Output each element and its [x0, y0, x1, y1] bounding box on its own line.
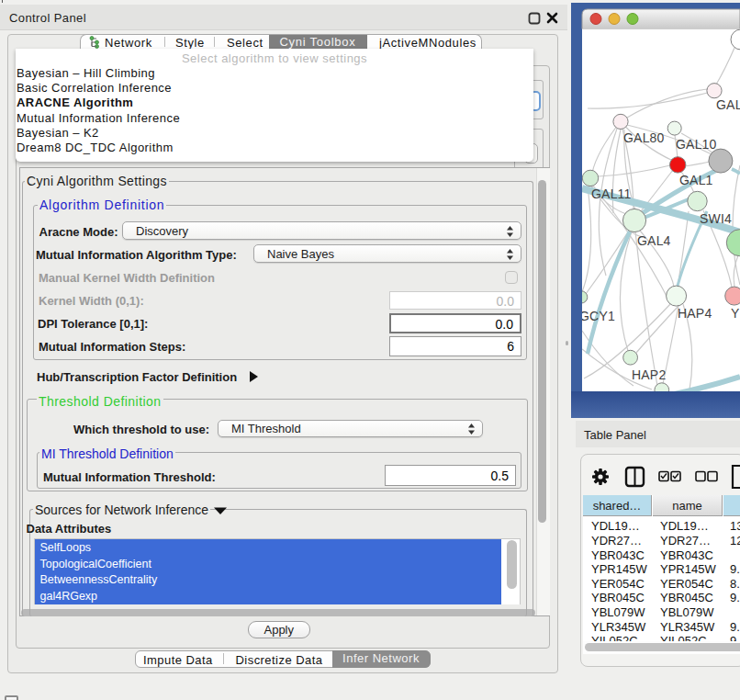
svg-text:GAL1: GAL1	[679, 173, 713, 187]
svg-text:Y: Y	[731, 306, 740, 321]
svg-text:GAL7: GAL7	[716, 97, 740, 112]
svg-text:HAP4: HAP4	[678, 306, 712, 321]
svg-text:GAL80: GAL80	[623, 130, 665, 145]
svg-text:GAL4: GAL4	[637, 233, 671, 248]
svg-text:GAL11: GAL11	[591, 186, 632, 201]
svg-text:GAL10: GAL10	[676, 137, 717, 152]
svg-text:GCY1: GCY1	[579, 309, 615, 323]
svg-text:SWI4: SWI4	[700, 211, 732, 226]
svg-text:HAP2: HAP2	[632, 367, 666, 382]
